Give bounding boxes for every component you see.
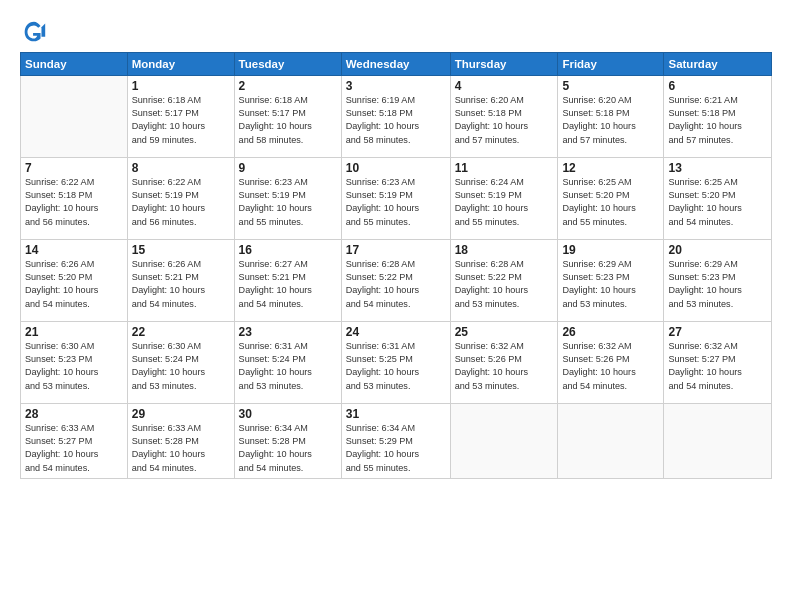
day-number: 23	[239, 325, 337, 339]
calendar-week-5: 28Sunrise: 6:33 AM Sunset: 5:27 PM Dayli…	[21, 404, 772, 479]
calendar-week-3: 14Sunrise: 6:26 AM Sunset: 5:20 PM Dayli…	[21, 240, 772, 322]
calendar-cell	[21, 76, 128, 158]
calendar-week-1: 1Sunrise: 6:18 AM Sunset: 5:17 PM Daylig…	[21, 76, 772, 158]
calendar-cell: 15Sunrise: 6:26 AM Sunset: 5:21 PM Dayli…	[127, 240, 234, 322]
calendar-cell	[450, 404, 558, 479]
day-number: 17	[346, 243, 446, 257]
day-number: 19	[562, 243, 659, 257]
calendar-cell: 10Sunrise: 6:23 AM Sunset: 5:19 PM Dayli…	[341, 158, 450, 240]
day-info: Sunrise: 6:18 AM Sunset: 5:17 PM Dayligh…	[239, 94, 337, 147]
day-number: 12	[562, 161, 659, 175]
calendar-cell: 21Sunrise: 6:30 AM Sunset: 5:23 PM Dayli…	[21, 322, 128, 404]
calendar-cell: 1Sunrise: 6:18 AM Sunset: 5:17 PM Daylig…	[127, 76, 234, 158]
day-number: 2	[239, 79, 337, 93]
day-info: Sunrise: 6:32 AM Sunset: 5:26 PM Dayligh…	[562, 340, 659, 393]
calendar-cell: 14Sunrise: 6:26 AM Sunset: 5:20 PM Dayli…	[21, 240, 128, 322]
day-number: 14	[25, 243, 123, 257]
day-number: 24	[346, 325, 446, 339]
calendar-cell: 18Sunrise: 6:28 AM Sunset: 5:22 PM Dayli…	[450, 240, 558, 322]
calendar-table: SundayMondayTuesdayWednesdayThursdayFrid…	[20, 52, 772, 479]
calendar-cell: 5Sunrise: 6:20 AM Sunset: 5:18 PM Daylig…	[558, 76, 664, 158]
calendar-cell	[558, 404, 664, 479]
day-info: Sunrise: 6:26 AM Sunset: 5:20 PM Dayligh…	[25, 258, 123, 311]
day-info: Sunrise: 6:26 AM Sunset: 5:21 PM Dayligh…	[132, 258, 230, 311]
calendar-cell: 31Sunrise: 6:34 AM Sunset: 5:29 PM Dayli…	[341, 404, 450, 479]
day-info: Sunrise: 6:23 AM Sunset: 5:19 PM Dayligh…	[239, 176, 337, 229]
day-number: 16	[239, 243, 337, 257]
calendar-cell: 26Sunrise: 6:32 AM Sunset: 5:26 PM Dayli…	[558, 322, 664, 404]
day-info: Sunrise: 6:22 AM Sunset: 5:18 PM Dayligh…	[25, 176, 123, 229]
calendar-cell: 27Sunrise: 6:32 AM Sunset: 5:27 PM Dayli…	[664, 322, 772, 404]
day-number: 21	[25, 325, 123, 339]
calendar-cell: 6Sunrise: 6:21 AM Sunset: 5:18 PM Daylig…	[664, 76, 772, 158]
day-info: Sunrise: 6:20 AM Sunset: 5:18 PM Dayligh…	[455, 94, 554, 147]
day-number: 25	[455, 325, 554, 339]
day-number: 6	[668, 79, 767, 93]
calendar-cell: 2Sunrise: 6:18 AM Sunset: 5:17 PM Daylig…	[234, 76, 341, 158]
day-info: Sunrise: 6:28 AM Sunset: 5:22 PM Dayligh…	[346, 258, 446, 311]
logo	[20, 18, 52, 46]
day-number: 27	[668, 325, 767, 339]
calendar-cell: 3Sunrise: 6:19 AM Sunset: 5:18 PM Daylig…	[341, 76, 450, 158]
weekday-tuesday: Tuesday	[234, 53, 341, 76]
day-info: Sunrise: 6:20 AM Sunset: 5:18 PM Dayligh…	[562, 94, 659, 147]
day-number: 29	[132, 407, 230, 421]
day-info: Sunrise: 6:31 AM Sunset: 5:25 PM Dayligh…	[346, 340, 446, 393]
weekday-thursday: Thursday	[450, 53, 558, 76]
calendar-cell: 11Sunrise: 6:24 AM Sunset: 5:19 PM Dayli…	[450, 158, 558, 240]
day-info: Sunrise: 6:24 AM Sunset: 5:19 PM Dayligh…	[455, 176, 554, 229]
day-number: 8	[132, 161, 230, 175]
day-number: 9	[239, 161, 337, 175]
day-number: 30	[239, 407, 337, 421]
calendar-cell: 13Sunrise: 6:25 AM Sunset: 5:20 PM Dayli…	[664, 158, 772, 240]
calendar-cell: 24Sunrise: 6:31 AM Sunset: 5:25 PM Dayli…	[341, 322, 450, 404]
weekday-friday: Friday	[558, 53, 664, 76]
calendar-cell: 7Sunrise: 6:22 AM Sunset: 5:18 PM Daylig…	[21, 158, 128, 240]
day-info: Sunrise: 6:19 AM Sunset: 5:18 PM Dayligh…	[346, 94, 446, 147]
day-info: Sunrise: 6:32 AM Sunset: 5:27 PM Dayligh…	[668, 340, 767, 393]
calendar-cell: 4Sunrise: 6:20 AM Sunset: 5:18 PM Daylig…	[450, 76, 558, 158]
day-number: 26	[562, 325, 659, 339]
day-info: Sunrise: 6:32 AM Sunset: 5:26 PM Dayligh…	[455, 340, 554, 393]
day-info: Sunrise: 6:25 AM Sunset: 5:20 PM Dayligh…	[668, 176, 767, 229]
calendar-cell: 17Sunrise: 6:28 AM Sunset: 5:22 PM Dayli…	[341, 240, 450, 322]
day-info: Sunrise: 6:33 AM Sunset: 5:27 PM Dayligh…	[25, 422, 123, 475]
day-number: 11	[455, 161, 554, 175]
day-number: 5	[562, 79, 659, 93]
calendar-cell: 19Sunrise: 6:29 AM Sunset: 5:23 PM Dayli…	[558, 240, 664, 322]
day-number: 15	[132, 243, 230, 257]
calendar-cell: 22Sunrise: 6:30 AM Sunset: 5:24 PM Dayli…	[127, 322, 234, 404]
calendar-cell: 16Sunrise: 6:27 AM Sunset: 5:21 PM Dayli…	[234, 240, 341, 322]
day-number: 22	[132, 325, 230, 339]
day-info: Sunrise: 6:29 AM Sunset: 5:23 PM Dayligh…	[562, 258, 659, 311]
calendar-cell: 30Sunrise: 6:34 AM Sunset: 5:28 PM Dayli…	[234, 404, 341, 479]
day-info: Sunrise: 6:21 AM Sunset: 5:18 PM Dayligh…	[668, 94, 767, 147]
calendar-cell: 20Sunrise: 6:29 AM Sunset: 5:23 PM Dayli…	[664, 240, 772, 322]
calendar-cell	[664, 404, 772, 479]
page: SundayMondayTuesdayWednesdayThursdayFrid…	[0, 0, 792, 612]
weekday-header-row: SundayMondayTuesdayWednesdayThursdayFrid…	[21, 53, 772, 76]
day-number: 18	[455, 243, 554, 257]
calendar-cell: 25Sunrise: 6:32 AM Sunset: 5:26 PM Dayli…	[450, 322, 558, 404]
calendar-week-4: 21Sunrise: 6:30 AM Sunset: 5:23 PM Dayli…	[21, 322, 772, 404]
weekday-saturday: Saturday	[664, 53, 772, 76]
day-number: 10	[346, 161, 446, 175]
day-number: 7	[25, 161, 123, 175]
day-info: Sunrise: 6:25 AM Sunset: 5:20 PM Dayligh…	[562, 176, 659, 229]
day-info: Sunrise: 6:28 AM Sunset: 5:22 PM Dayligh…	[455, 258, 554, 311]
day-number: 28	[25, 407, 123, 421]
day-info: Sunrise: 6:29 AM Sunset: 5:23 PM Dayligh…	[668, 258, 767, 311]
day-info: Sunrise: 6:27 AM Sunset: 5:21 PM Dayligh…	[239, 258, 337, 311]
day-info: Sunrise: 6:34 AM Sunset: 5:29 PM Dayligh…	[346, 422, 446, 475]
weekday-monday: Monday	[127, 53, 234, 76]
weekday-sunday: Sunday	[21, 53, 128, 76]
calendar-cell: 23Sunrise: 6:31 AM Sunset: 5:24 PM Dayli…	[234, 322, 341, 404]
day-number: 1	[132, 79, 230, 93]
day-number: 20	[668, 243, 767, 257]
day-info: Sunrise: 6:34 AM Sunset: 5:28 PM Dayligh…	[239, 422, 337, 475]
day-info: Sunrise: 6:31 AM Sunset: 5:24 PM Dayligh…	[239, 340, 337, 393]
calendar-cell: 12Sunrise: 6:25 AM Sunset: 5:20 PM Dayli…	[558, 158, 664, 240]
calendar-cell: 29Sunrise: 6:33 AM Sunset: 5:28 PM Dayli…	[127, 404, 234, 479]
day-info: Sunrise: 6:18 AM Sunset: 5:17 PM Dayligh…	[132, 94, 230, 147]
calendar-week-2: 7Sunrise: 6:22 AM Sunset: 5:18 PM Daylig…	[21, 158, 772, 240]
